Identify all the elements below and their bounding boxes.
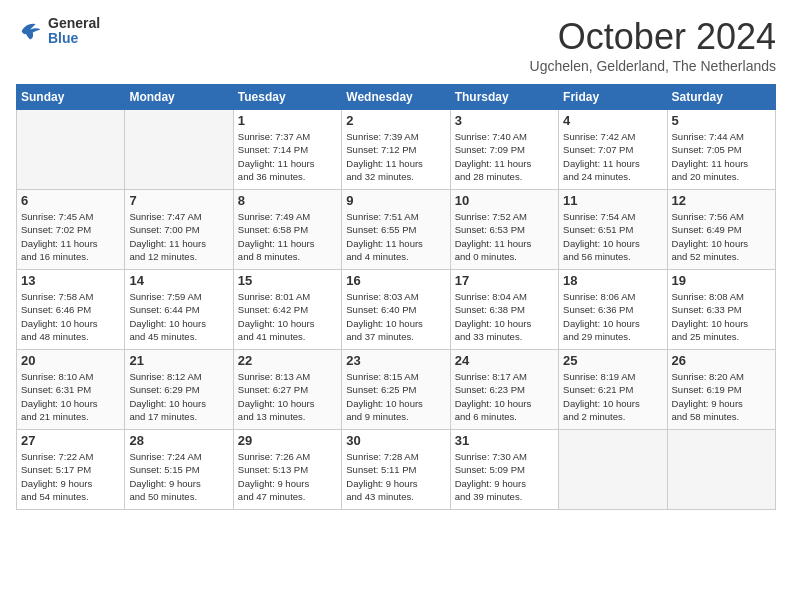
day-info: Sunrise: 8:06 AM Sunset: 6:36 PM Dayligh… [563,290,662,343]
day-number: 13 [21,273,120,288]
weekday-header-wednesday: Wednesday [342,85,450,110]
day-number: 19 [672,273,771,288]
day-info: Sunrise: 8:03 AM Sunset: 6:40 PM Dayligh… [346,290,445,343]
day-info: Sunrise: 7:54 AM Sunset: 6:51 PM Dayligh… [563,210,662,263]
day-info: Sunrise: 8:08 AM Sunset: 6:33 PM Dayligh… [672,290,771,343]
day-info: Sunrise: 7:47 AM Sunset: 7:00 PM Dayligh… [129,210,228,263]
calendar-cell: 9Sunrise: 7:51 AM Sunset: 6:55 PM Daylig… [342,190,450,270]
day-number: 3 [455,113,554,128]
day-number: 22 [238,353,337,368]
calendar-week-row: 20Sunrise: 8:10 AM Sunset: 6:31 PM Dayli… [17,350,776,430]
calendar-week-row: 13Sunrise: 7:58 AM Sunset: 6:46 PM Dayli… [17,270,776,350]
calendar-cell: 29Sunrise: 7:26 AM Sunset: 5:13 PM Dayli… [233,430,341,510]
calendar-week-row: 27Sunrise: 7:22 AM Sunset: 5:17 PM Dayli… [17,430,776,510]
day-number: 28 [129,433,228,448]
weekday-header-tuesday: Tuesday [233,85,341,110]
weekday-header-thursday: Thursday [450,85,558,110]
logo-blue-text: Blue [48,31,100,46]
day-info: Sunrise: 8:20 AM Sunset: 6:19 PM Dayligh… [672,370,771,423]
day-info: Sunrise: 7:44 AM Sunset: 7:05 PM Dayligh… [672,130,771,183]
day-number: 2 [346,113,445,128]
day-info: Sunrise: 8:10 AM Sunset: 6:31 PM Dayligh… [21,370,120,423]
calendar-cell: 7Sunrise: 7:47 AM Sunset: 7:00 PM Daylig… [125,190,233,270]
day-number: 20 [21,353,120,368]
day-number: 8 [238,193,337,208]
day-info: Sunrise: 8:04 AM Sunset: 6:38 PM Dayligh… [455,290,554,343]
calendar-week-row: 6Sunrise: 7:45 AM Sunset: 7:02 PM Daylig… [17,190,776,270]
calendar-cell: 1Sunrise: 7:37 AM Sunset: 7:14 PM Daylig… [233,110,341,190]
day-info: Sunrise: 7:51 AM Sunset: 6:55 PM Dayligh… [346,210,445,263]
day-info: Sunrise: 7:40 AM Sunset: 7:09 PM Dayligh… [455,130,554,183]
calendar-cell: 5Sunrise: 7:44 AM Sunset: 7:05 PM Daylig… [667,110,775,190]
calendar-cell: 20Sunrise: 8:10 AM Sunset: 6:31 PM Dayli… [17,350,125,430]
day-info: Sunrise: 7:42 AM Sunset: 7:07 PM Dayligh… [563,130,662,183]
calendar-cell: 21Sunrise: 8:12 AM Sunset: 6:29 PM Dayli… [125,350,233,430]
day-info: Sunrise: 8:13 AM Sunset: 6:27 PM Dayligh… [238,370,337,423]
calendar-cell: 16Sunrise: 8:03 AM Sunset: 6:40 PM Dayli… [342,270,450,350]
day-number: 10 [455,193,554,208]
day-info: Sunrise: 7:24 AM Sunset: 5:15 PM Dayligh… [129,450,228,503]
calendar-week-row: 1Sunrise: 7:37 AM Sunset: 7:14 PM Daylig… [17,110,776,190]
day-number: 11 [563,193,662,208]
calendar-cell [667,430,775,510]
calendar-table: SundayMondayTuesdayWednesdayThursdayFrid… [16,84,776,510]
calendar-cell: 8Sunrise: 7:49 AM Sunset: 6:58 PM Daylig… [233,190,341,270]
day-info: Sunrise: 7:39 AM Sunset: 7:12 PM Dayligh… [346,130,445,183]
day-number: 6 [21,193,120,208]
calendar-cell: 18Sunrise: 8:06 AM Sunset: 6:36 PM Dayli… [559,270,667,350]
title-block: October 2024 Ugchelen, Gelderland, The N… [530,16,776,74]
day-number: 25 [563,353,662,368]
calendar-cell: 28Sunrise: 7:24 AM Sunset: 5:15 PM Dayli… [125,430,233,510]
calendar-cell: 31Sunrise: 7:30 AM Sunset: 5:09 PM Dayli… [450,430,558,510]
weekday-header-friday: Friday [559,85,667,110]
day-info: Sunrise: 7:26 AM Sunset: 5:13 PM Dayligh… [238,450,337,503]
day-info: Sunrise: 8:12 AM Sunset: 6:29 PM Dayligh… [129,370,228,423]
day-info: Sunrise: 7:45 AM Sunset: 7:02 PM Dayligh… [21,210,120,263]
weekday-header-row: SundayMondayTuesdayWednesdayThursdayFrid… [17,85,776,110]
calendar-cell: 19Sunrise: 8:08 AM Sunset: 6:33 PM Dayli… [667,270,775,350]
day-number: 27 [21,433,120,448]
calendar-cell: 3Sunrise: 7:40 AM Sunset: 7:09 PM Daylig… [450,110,558,190]
day-number: 24 [455,353,554,368]
day-info: Sunrise: 8:01 AM Sunset: 6:42 PM Dayligh… [238,290,337,343]
day-info: Sunrise: 7:58 AM Sunset: 6:46 PM Dayligh… [21,290,120,343]
calendar-cell: 15Sunrise: 8:01 AM Sunset: 6:42 PM Dayli… [233,270,341,350]
day-number: 4 [563,113,662,128]
day-number: 29 [238,433,337,448]
day-info: Sunrise: 8:17 AM Sunset: 6:23 PM Dayligh… [455,370,554,423]
calendar-cell: 26Sunrise: 8:20 AM Sunset: 6:19 PM Dayli… [667,350,775,430]
day-info: Sunrise: 7:56 AM Sunset: 6:49 PM Dayligh… [672,210,771,263]
calendar-cell: 4Sunrise: 7:42 AM Sunset: 7:07 PM Daylig… [559,110,667,190]
day-number: 17 [455,273,554,288]
calendar-cell: 10Sunrise: 7:52 AM Sunset: 6:53 PM Dayli… [450,190,558,270]
day-info: Sunrise: 7:28 AM Sunset: 5:11 PM Dayligh… [346,450,445,503]
day-number: 1 [238,113,337,128]
calendar-cell: 22Sunrise: 8:13 AM Sunset: 6:27 PM Dayli… [233,350,341,430]
day-number: 7 [129,193,228,208]
month-title: October 2024 [530,16,776,58]
day-number: 31 [455,433,554,448]
location-subtitle: Ugchelen, Gelderland, The Netherlands [530,58,776,74]
calendar-cell: 14Sunrise: 7:59 AM Sunset: 6:44 PM Dayli… [125,270,233,350]
day-number: 5 [672,113,771,128]
calendar-cell: 27Sunrise: 7:22 AM Sunset: 5:17 PM Dayli… [17,430,125,510]
day-info: Sunrise: 7:30 AM Sunset: 5:09 PM Dayligh… [455,450,554,503]
weekday-header-monday: Monday [125,85,233,110]
day-number: 9 [346,193,445,208]
day-info: Sunrise: 7:52 AM Sunset: 6:53 PM Dayligh… [455,210,554,263]
day-number: 15 [238,273,337,288]
day-number: 23 [346,353,445,368]
day-number: 12 [672,193,771,208]
day-number: 14 [129,273,228,288]
day-info: Sunrise: 7:49 AM Sunset: 6:58 PM Dayligh… [238,210,337,263]
calendar-cell: 6Sunrise: 7:45 AM Sunset: 7:02 PM Daylig… [17,190,125,270]
calendar-cell: 13Sunrise: 7:58 AM Sunset: 6:46 PM Dayli… [17,270,125,350]
calendar-cell [125,110,233,190]
weekday-header-saturday: Saturday [667,85,775,110]
calendar-cell: 25Sunrise: 8:19 AM Sunset: 6:21 PM Dayli… [559,350,667,430]
day-number: 16 [346,273,445,288]
day-info: Sunrise: 7:22 AM Sunset: 5:17 PM Dayligh… [21,450,120,503]
calendar-cell: 30Sunrise: 7:28 AM Sunset: 5:11 PM Dayli… [342,430,450,510]
day-number: 21 [129,353,228,368]
day-number: 26 [672,353,771,368]
